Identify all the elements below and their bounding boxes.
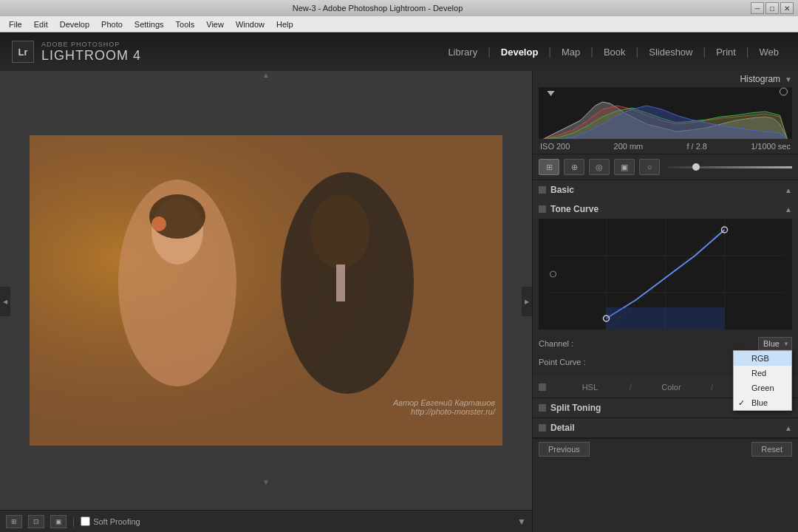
svg-rect-9 [30, 135, 502, 446]
tone-curve-square [539, 205, 546, 213]
split-toning-square [539, 404, 546, 412]
menu-help[interactable]: Help [270, 18, 299, 30]
nav-develop[interactable]: Develop [494, 44, 546, 61]
bottom-nav: Previous Reset [533, 438, 798, 460]
soft-proofing-toggle[interactable]: Soft Proofing [81, 516, 140, 526]
nav-library[interactable]: Library [440, 44, 485, 61]
camera-info: ISO 200 200 mm f / 2.8 1/1000 sec [533, 139, 798, 154]
adobe-text: ADOBE PHOTOSHOP [41, 41, 141, 48]
tone-curve-graph [539, 219, 792, 330]
histogram-expand-icon[interactable]: ▼ [785, 75, 792, 83]
channel-dropdown: Blue RGB Red Green Blue [758, 337, 792, 350]
point-curve-label: Point Curve : [539, 358, 586, 366]
titlebar-controls: ─ □ ✕ [751, 2, 794, 14]
detail-title: Detail [550, 423, 575, 433]
menu-photo[interactable]: Photo [95, 18, 129, 30]
aperture: f / 2.8 [686, 142, 707, 151]
split-toning-title: Split Toning [550, 403, 601, 413]
tone-slider[interactable] [667, 166, 792, 168]
nav-tabs: Library | Develop | Map | Book | Slidesh… [440, 44, 786, 61]
channel-option-blue[interactable]: Blue [734, 395, 791, 410]
nav-print[interactable]: Print [709, 44, 743, 61]
bottom-panel-toggle[interactable]: ▼ [262, 478, 270, 486]
histogram-header: Histogram ▼ [533, 71, 798, 87]
svg-point-11 [780, 88, 788, 95]
nav-slideshow[interactable]: Slideshow [641, 44, 700, 61]
left-panel: ◀ ▲ [0, 71, 532, 532]
soft-proofing-checkbox[interactable] [81, 516, 90, 526]
view-loupe-btn[interactable]: ⊞ [6, 515, 22, 528]
lr-title: ADOBE PHOTOSHOP LIGHTROOM 4 [41, 41, 141, 64]
nav-web[interactable]: Web [752, 44, 787, 61]
shutter-speed: 1/1000 sec [751, 142, 791, 151]
view-fill-btn[interactable]: ▣ [50, 515, 66, 528]
basic-toggle[interactable]: ▲ [785, 186, 792, 194]
detail-header[interactable]: Detail ▲ [533, 418, 798, 438]
basic-section-header[interactable]: Basic ▲ [533, 180, 798, 200]
brush-tool[interactable]: ○ [639, 159, 660, 175]
tone-slider-thumb[interactable] [692, 163, 700, 171]
gradient-tool[interactable]: ▣ [614, 159, 635, 175]
svg-rect-18 [607, 307, 725, 330]
bottom-toolbar: ⊞ ⊡ ▣ | Soft Proofing ▼ [0, 510, 532, 532]
menu-edit[interactable]: Edit [28, 18, 54, 30]
menu-tools[interactable]: Tools [170, 18, 201, 30]
view-fit-btn[interactable]: ⊡ [28, 515, 44, 528]
channel-option-red[interactable]: Red [734, 366, 791, 381]
channel-option-green[interactable]: Green [734, 381, 791, 395]
detail-square [539, 424, 546, 432]
nav-map[interactable]: Map [554, 44, 587, 61]
right-panel: Histogram ▼ [532, 71, 798, 532]
histogram-section: Histogram ▼ [533, 71, 798, 154]
channel-label: Channel : [539, 339, 573, 348]
basic-square [539, 186, 546, 194]
tool-row: ⊞ ⊕ ◎ ▣ ○ [533, 154, 798, 180]
restore-button[interactable]: □ [765, 2, 779, 14]
tone-curve-toggle[interactable]: ▲ [785, 205, 792, 214]
channel-row: Channel : Blue RGB Red Green Blue [539, 334, 792, 353]
menu-view[interactable]: View [200, 18, 230, 30]
hsl-tab[interactable]: HSL [550, 381, 630, 393]
hsl-square [539, 383, 546, 391]
image-container: ▲ [0, 71, 532, 510]
expand-right-arrow[interactable]: ▶ [522, 287, 532, 316]
minimize-button[interactable]: ─ [751, 2, 764, 14]
nav-book[interactable]: Book [596, 44, 633, 61]
detail-toggle[interactable]: ▲ [785, 424, 792, 432]
lr-logo: Lr ADOBE PHOTOSHOP LIGHTROOM 4 [12, 41, 141, 64]
previous-button[interactable]: Previous [539, 442, 590, 457]
channel-select-button[interactable]: Blue [758, 337, 792, 350]
channel-option-rgb[interactable]: RGB [734, 351, 791, 366]
tone-curve-content: Channel : Blue RGB Red Green Blue Point … [533, 219, 798, 377]
top-panel-toggle[interactable]: ▲ [262, 71, 270, 79]
titlebar-title: New-3 - Adobe Photoshop Lightroom - Deve… [4, 4, 751, 13]
channel-menu: RGB Red Green Blue [733, 350, 792, 411]
lr-badge-text: Lr [18, 47, 28, 58]
menu-window[interactable]: Window [230, 18, 270, 30]
content: ◀ ▲ [0, 71, 798, 532]
lightroom-text: LIGHTROOM 4 [41, 48, 141, 64]
svg-point-21 [550, 271, 556, 277]
filmstrip-expand[interactable]: ▼ [517, 516, 526, 527]
menu-file[interactable]: File [3, 18, 28, 30]
app-header: Lr ADOBE PHOTOSHOP LIGHTROOM 4 Library |… [0, 33, 798, 71]
main-image: Автор Евгений Карташов http://photo-mons… [30, 135, 502, 446]
menu-develop[interactable]: Develop [54, 18, 95, 30]
iso-value: ISO 200 [540, 142, 570, 151]
close-button[interactable]: ✕ [780, 2, 794, 14]
heal-tool[interactable]: ⊕ [564, 159, 584, 175]
titlebar: New-3 - Adobe Photoshop Lightroom - Deve… [0, 0, 798, 16]
histogram-label: Histogram [740, 74, 780, 84]
crop-tool[interactable]: ⊞ [539, 159, 559, 175]
tone-curve-section-header[interactable]: Tone Curve ▲ [533, 200, 798, 219]
menubar: File Edit Develop Photo Settings Tools V… [0, 16, 798, 33]
redeye-tool[interactable]: ◎ [589, 159, 610, 175]
color-tab[interactable]: Color [632, 381, 711, 393]
lr-badge: Lr [12, 41, 34, 63]
reset-button[interactable]: Reset [751, 442, 792, 457]
histogram-canvas [539, 87, 792, 139]
tone-curve-title: Tone Curve [550, 204, 598, 214]
basic-title: Basic [550, 185, 574, 195]
menu-settings[interactable]: Settings [129, 18, 170, 30]
soft-proofing-label: Soft Proofing [93, 517, 140, 526]
